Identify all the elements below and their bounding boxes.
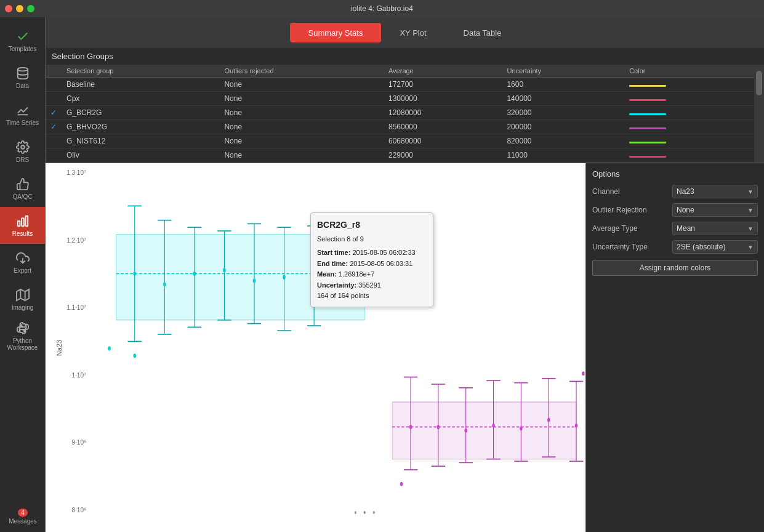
- bpt-out2: [582, 371, 584, 376]
- sidebar-label-drs: DRS: [16, 156, 29, 163]
- table-row[interactable]: Baseline None 172700 1600: [46, 78, 754, 92]
- row-check: [46, 78, 62, 92]
- average-type-value: Mean: [677, 224, 695, 233]
- map-icon: [16, 288, 30, 302]
- average-type-row: Average Type Mean ▼: [592, 222, 758, 235]
- row-outliers: None: [219, 134, 384, 148]
- sep1: [355, 511, 356, 514]
- sidebar-item-imaging[interactable]: Imaging: [0, 281, 46, 318]
- svg-marker-7: [16, 289, 28, 300]
- ytick-4: 9·10⁶: [72, 439, 86, 446]
- sidebar-item-results[interactable]: Results: [0, 207, 46, 244]
- gear-icon: [16, 140, 30, 154]
- bpt4: [492, 424, 494, 428]
- tabbar: Summary Stats XY Plot Data Table: [46, 17, 764, 48]
- outlier-label: Outlier Rejection: [592, 206, 672, 214]
- row-check: [46, 92, 62, 106]
- outlier-value: None: [677, 206, 694, 214]
- average-type-select[interactable]: Mean ▼: [672, 222, 758, 235]
- sidebar-item-templates[interactable]: Templates: [0, 22, 46, 59]
- sg-scrollbar-thumb[interactable]: [756, 71, 762, 95]
- ytick-3: 1·10⁷: [72, 372, 86, 379]
- pt2: [163, 282, 166, 286]
- row-name: Oliv: [62, 148, 219, 163]
- row-color: [624, 120, 754, 134]
- yaxis-ticks: 1.3·10⁷ 1.2·10⁷ 1.1·10⁷ 1·10⁷ 9·10⁶ 8·10…: [46, 163, 89, 520]
- messages-button[interactable]: 4 Messages: [0, 501, 46, 532]
- tooltip-mean-label: Mean:: [317, 270, 337, 278]
- sidebar-item-data[interactable]: Data: [0, 59, 46, 96]
- yaxis-label-container: Na23: [53, 163, 65, 532]
- maximize-button[interactable]: [27, 5, 34, 12]
- row-name: G_BCR2G: [62, 106, 219, 120]
- tooltip-start: Start time: 2015-08-05 06:02:33: [317, 248, 427, 259]
- sidebar-item-time-series[interactable]: Time Series: [0, 96, 46, 133]
- lower-area: 1.3·10⁷ 1.2·10⁷ 1.1·10⁷ 1·10⁷ 9·10⁶ 8·10…: [46, 163, 764, 532]
- close-button[interactable]: [5, 5, 12, 12]
- row-average: 8560000: [384, 120, 502, 134]
- tab-data-table[interactable]: Data Table: [445, 23, 520, 42]
- sidebar-item-qaqc[interactable]: QA/QC: [0, 170, 46, 207]
- sg-scrollbar[interactable]: [754, 65, 764, 163]
- row-uncertainty: 200000: [502, 120, 624, 134]
- tooltip-uncertainty: Uncertainty: 355291: [317, 280, 427, 291]
- col-outliers: Outliers rejected: [219, 65, 384, 78]
- tooltip-end-val: 2015-08-05 06:03:31: [350, 260, 412, 267]
- pt1: [133, 272, 135, 276]
- table-row[interactable]: Oliv None 229000 11000: [46, 148, 754, 163]
- uncertainty-type-select[interactable]: 2SE (absolute) ▼: [672, 240, 758, 254]
- chart-area: 1.3·10⁷ 1.2·10⁷ 1.1·10⁷ 1·10⁷ 9·10⁶ 8·10…: [46, 163, 585, 532]
- row-outliers: None: [219, 120, 384, 134]
- row-color: [624, 92, 754, 106]
- row-color: [624, 148, 754, 163]
- selection-groups-title: Selection Groups: [46, 48, 764, 65]
- export-icon: [16, 251, 30, 265]
- template-icon: [16, 30, 30, 43]
- ytick-5: 8·10⁶: [72, 507, 86, 514]
- bpt7: [575, 424, 577, 428]
- table-row[interactable]: ✓ G_BCR2G None 12080000 320000: [46, 106, 754, 120]
- outlier-select[interactable]: None ▼: [672, 203, 758, 217]
- row-uncertainty: 11000: [502, 148, 624, 163]
- pt3: [193, 272, 196, 276]
- channel-row: Channel Na23 ▼: [592, 185, 758, 198]
- options-title: Options: [592, 169, 758, 179]
- messages-badge: 4: [18, 509, 28, 517]
- tooltip-uncertainty-label: Uncertainty:: [317, 281, 356, 289]
- row-outliers: None: [219, 106, 384, 120]
- tab-summary-stats[interactable]: Summary Stats: [290, 23, 382, 42]
- uncertainty-type-row: Uncertainty Type 2SE (absolute) ▼: [592, 240, 758, 254]
- tooltip-subtitle: Selection 8 of 9: [317, 234, 427, 245]
- ytick-1: 1.2·10⁷: [66, 237, 86, 244]
- average-type-arrow: ▼: [747, 225, 754, 232]
- bpt3: [464, 429, 467, 433]
- messages-label: Messages: [9, 518, 37, 525]
- thumbsup-icon: [16, 177, 30, 191]
- sidebar-item-export[interactable]: Export: [0, 244, 46, 281]
- bpt1: [409, 425, 412, 429]
- row-average: 12080000: [384, 106, 502, 120]
- row-color: [624, 106, 754, 120]
- data-icon: [16, 66, 30, 80]
- chart-tooltip: BCR2G_r8 Selection 8 of 9 Start time: 20…: [310, 212, 433, 307]
- assign-random-colors-button[interactable]: Assign random colors: [592, 260, 758, 276]
- tooltip-mean-val: 1.26918e+7: [339, 270, 374, 278]
- row-uncertainty: 820000: [502, 134, 624, 148]
- tooltip-start-label: Start time:: [317, 249, 350, 256]
- table-row[interactable]: G_NIST612 None 60680000 820000: [46, 134, 754, 148]
- sidebar-item-drs[interactable]: DRS: [0, 133, 46, 170]
- table-row[interactable]: Cpx None 1300000 140000: [46, 92, 754, 106]
- row-average: 1300000: [384, 92, 502, 106]
- row-name: Cpx: [62, 92, 219, 106]
- row-name: G_BHVO2G: [62, 120, 219, 134]
- sidebar-label-results: Results: [12, 230, 33, 237]
- pt4: [223, 268, 225, 272]
- table-row[interactable]: ✓ G_BHVO2G None 8560000 200000: [46, 120, 754, 134]
- row-average: 172700: [384, 78, 502, 92]
- minimize-button[interactable]: [16, 5, 23, 12]
- col-uncertainty: Uncertainty: [502, 65, 624, 78]
- sidebar-item-python[interactable]: Python Workspace: [0, 318, 46, 355]
- channel-select[interactable]: Na23 ▼: [672, 185, 758, 198]
- pt-out1: [108, 347, 110, 351]
- tab-xy-plot[interactable]: XY Plot: [381, 23, 444, 42]
